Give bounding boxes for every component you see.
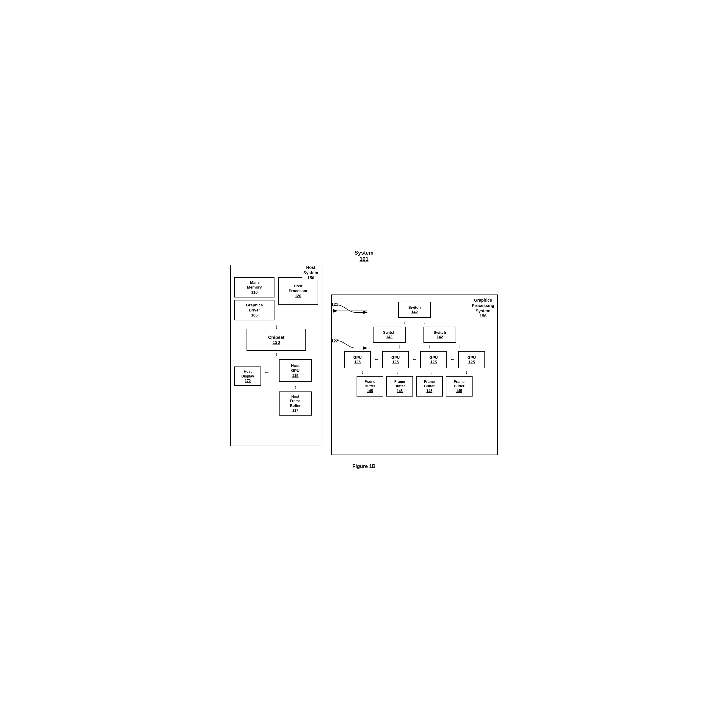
graphics-driver-label: GraphicsDriver — [237, 303, 272, 313]
arrow-swr-gpu4: ↓ — [447, 344, 471, 350]
host-system-label: HostSystem — [303, 265, 318, 275]
arrow-gpu3-fb3: ↓ — [420, 369, 444, 375]
host-frame-buffer-label: HostFrameBuffer — [281, 395, 309, 408]
arrow-sw-top-sw-left: ↓ — [403, 319, 405, 325]
arrow-gpu2-gpu3: ↔ — [412, 356, 417, 363]
arrow-gpu3-gpu4: ↔ — [450, 356, 455, 363]
host-frame-buffer-box: HostFrameBuffer 117 — [279, 392, 312, 416]
graphics-driver-number: 105 — [237, 313, 272, 317]
fb-1-box: FrameBuffer 145 — [356, 376, 383, 396]
gpu-3-number: 125 — [423, 360, 444, 364]
gps-number: 156 — [472, 314, 494, 318]
gpu-3-label: GPU — [423, 355, 444, 360]
main-memory-box: MainMemory 110 — [234, 277, 274, 298]
switch-top-number: 142 — [405, 310, 424, 314]
fb-2-number: 145 — [389, 389, 411, 393]
connection-122-label: 122 — [331, 338, 338, 343]
host-processor-box: HostProcessor 120 — [278, 277, 318, 305]
system-title: System — [230, 250, 498, 256]
connection-121-label: 121 — [331, 302, 338, 307]
chipset-number: 130 — [253, 340, 300, 345]
graphics-driver-box: GraphicsDriver 105 — [234, 300, 274, 320]
fb-1-label: FrameBuffer — [359, 379, 381, 389]
switch-right-number: 142 — [430, 335, 450, 339]
fb-4-number: 145 — [448, 389, 470, 393]
gpu-1-label: GPU — [347, 355, 368, 360]
host-system-number: 150 — [303, 275, 318, 280]
arrow-memory-chipset: ↕ — [275, 323, 278, 329]
switch-top-box: Switch 142 — [398, 301, 431, 318]
host-processor-label: HostProcessor — [280, 284, 316, 294]
arrow-gpu1-gpu2: ↔ — [374, 356, 379, 363]
diagram-root: System 101 HostSystem 150 MainMemory 110 — [230, 250, 498, 470]
gpu-1-number: 125 — [347, 360, 368, 364]
switch-right-label: Switch — [430, 330, 450, 335]
system-number: 101 — [230, 256, 498, 262]
fb-1-number: 145 — [359, 389, 381, 393]
switch-left-box: Switch 142 — [373, 327, 405, 343]
gpu-2-label: GPU — [385, 355, 406, 360]
chipset-box: Chipset 130 — [246, 329, 306, 351]
fb-4-box: FrameBuffer 145 — [446, 376, 473, 396]
arrow-swr-gpu3: ↓ — [418, 344, 441, 350]
gpu-2-box: GPU 125 — [382, 351, 409, 368]
chipset-label: Chipset — [253, 335, 300, 340]
arrow-swl-gpu2: ↓ — [388, 344, 411, 350]
gpu-3-box: GPU 125 — [420, 351, 447, 368]
switch-left-label: Switch — [379, 330, 399, 335]
host-frame-buffer-number: 117 — [281, 408, 309, 413]
host-display-label: HostDisplay — [237, 369, 259, 379]
host-gpu-number: 115 — [281, 373, 309, 378]
fb-3-label: FrameBuffer — [418, 379, 440, 389]
main-memory-label: MainMemory — [237, 280, 272, 290]
gps-box: GraphicsProcessingSystem 156 Switch 142 … — [331, 295, 498, 455]
switch-top-label: Switch — [405, 305, 424, 310]
arrow-swl-gpu1: ↓ — [358, 344, 382, 350]
host-display-box: HostDisplay 170 — [234, 367, 261, 386]
fb-2-label: FrameBuffer — [389, 379, 411, 389]
arrow-sw-top-sw-right: ↓ — [424, 319, 426, 325]
arrow-chipset-gpu: ↕ — [275, 351, 278, 356]
fb-2-box: FrameBuffer 145 — [386, 376, 413, 396]
host-processor-number: 120 — [280, 294, 316, 298]
arrow-display-gpu: ← — [264, 369, 269, 376]
gpu-4-number: 125 — [461, 360, 482, 364]
host-system-box: HostSystem 150 MainMemory 110 GraphicsDr… — [230, 265, 323, 446]
fb-4-label: FrameBuffer — [448, 379, 470, 389]
gpu-2-number: 125 — [385, 360, 406, 364]
arrow-gpu2-fb2: ↓ — [385, 369, 409, 375]
switch-right-box: Switch 142 — [424, 327, 456, 343]
gpu-4-label: GPU — [461, 355, 482, 360]
gpu-4-box: GPU 125 — [458, 351, 485, 368]
main-memory-number: 110 — [237, 290, 272, 295]
fb-3-box: FrameBuffer 145 — [416, 376, 443, 396]
host-gpu-box: HostGPU 115 — [279, 359, 312, 382]
host-display-number: 170 — [237, 379, 259, 383]
fb-3-number: 145 — [418, 389, 440, 393]
arrow-gpu-fb: ↕ — [294, 384, 297, 389]
arrow-gpu4-fb4: ↓ — [455, 369, 479, 375]
figure-caption: Figure 1B — [230, 464, 498, 470]
host-gpu-label: HostGPU — [281, 363, 309, 373]
gpu-1-box: GPU 125 — [344, 351, 371, 368]
arrow-gpu1-fb1: ↓ — [350, 369, 375, 375]
switch-left-number: 142 — [379, 335, 399, 339]
gps-title: GraphicsProcessingSystem — [472, 297, 494, 314]
